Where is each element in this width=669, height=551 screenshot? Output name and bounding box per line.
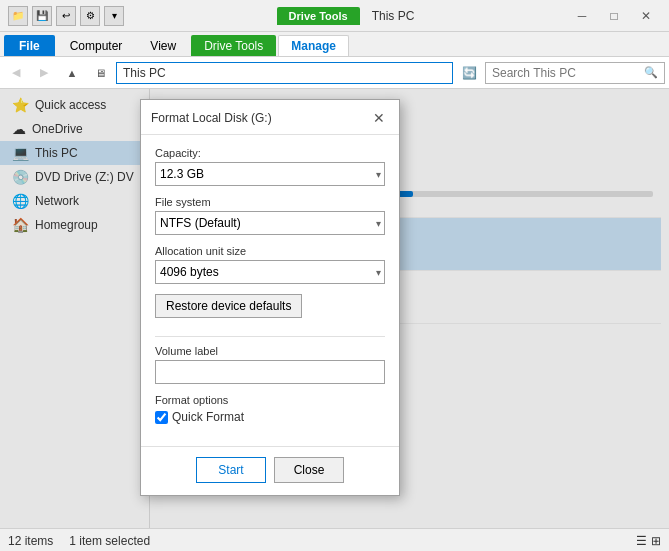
window-controls: ─ □ ✕ <box>567 6 661 26</box>
ribbon-tabs: File Computer View Drive Tools Manage <box>0 32 669 56</box>
modal-footer: Start Close <box>141 446 399 495</box>
undo-icon[interactable]: ↩ <box>56 6 76 26</box>
modal-body: Capacity: 12.3 GB ▾ File system NTFS (De… <box>141 135 399 446</box>
app-icon: 📁 <box>8 6 28 26</box>
filesystem-label: File system <box>155 196 385 208</box>
allocation-label: Allocation unit size <box>155 245 385 257</box>
title-bar-app: Drive Tools This PC <box>124 7 567 25</box>
allocation-group: Allocation unit size 4096 bytes ▾ <box>155 245 385 284</box>
view-toggle: ☰ ⊞ <box>636 534 661 548</box>
volume-label-text: Volume label <box>155 345 385 357</box>
modal-close-btn[interactable]: Close <box>274 457 344 483</box>
quick-format-row: Quick Format <box>155 410 385 424</box>
up-button[interactable]: ▲ <box>60 62 84 84</box>
search-input[interactable] <box>492 66 644 80</box>
volume-group: Volume label <box>155 345 385 384</box>
capacity-group: Capacity: 12.3 GB ▾ <box>155 147 385 186</box>
refresh-button[interactable]: 🔄 <box>457 62 481 84</box>
maximize-button[interactable]: □ <box>599 6 629 26</box>
address-bar: ◀ ▶ ▲ 🖥 This PC 🔄 🔍 <box>0 57 669 89</box>
modal-title-bar: Format Local Disk (G:) ✕ <box>141 100 399 135</box>
address-input[interactable]: This PC <box>116 62 453 84</box>
tab-view[interactable]: View <box>137 35 189 56</box>
minimize-button[interactable]: ─ <box>567 6 597 26</box>
capacity-label: Capacity: <box>155 147 385 159</box>
drive-tools-tab-title: Drive Tools <box>277 7 360 25</box>
back-button[interactable]: ◀ <box>4 62 28 84</box>
tab-drive-tools[interactable]: Drive Tools <box>191 35 276 56</box>
item-count: 12 items <box>8 534 53 548</box>
location-icon: 🖥 <box>88 62 112 84</box>
search-box[interactable]: 🔍 <box>485 62 665 84</box>
modal-close-button[interactable]: ✕ <box>369 108 389 128</box>
filesystem-group: File system NTFS (Default) ▾ <box>155 196 385 235</box>
forward-button[interactable]: ▶ <box>32 62 56 84</box>
divider-1 <box>155 336 385 337</box>
search-icon: 🔍 <box>644 66 658 79</box>
title-bar: 📁 💾 ↩ ⚙ ▾ Drive Tools This PC ─ □ ✕ <box>0 0 669 32</box>
start-button[interactable]: Start <box>196 457 266 483</box>
format-dialog: Format Local Disk (G:) ✕ Capacity: 12.3 … <box>140 99 400 496</box>
filesystem-select[interactable]: NTFS (Default) <box>155 211 385 235</box>
selection-status: 1 item selected <box>69 534 150 548</box>
tab-manage[interactable]: Manage <box>278 35 349 56</box>
properties-icon[interactable]: ⚙ <box>80 6 100 26</box>
title-bar-icons: 📁 💾 ↩ ⚙ ▾ <box>8 6 124 26</box>
quick-format-label: Quick Format <box>172 410 244 424</box>
restore-defaults-button[interactable]: Restore device defaults <box>155 294 302 318</box>
format-options-label: Format options <box>155 394 385 406</box>
capacity-select-wrap: 12.3 GB ▾ <box>155 162 385 186</box>
quick-access-icon[interactable]: 💾 <box>32 6 52 26</box>
dropdown-icon[interactable]: ▾ <box>104 6 124 26</box>
main-area: ⭐ Quick access ☁ OneDrive 💻 This PC 💿 DV… <box>0 89 669 528</box>
format-options-group: Format options Quick Format <box>155 394 385 424</box>
tab-computer[interactable]: Computer <box>57 35 136 56</box>
filesystem-select-wrap: NTFS (Default) ▾ <box>155 211 385 235</box>
volume-input[interactable] <box>155 360 385 384</box>
ribbon: File Computer View Drive Tools Manage <box>0 32 669 57</box>
tab-file[interactable]: File <box>4 35 55 56</box>
allocation-select-wrap: 4096 bytes ▾ <box>155 260 385 284</box>
list-view-icon[interactable]: ☰ <box>636 534 647 548</box>
modal-title-text: Format Local Disk (G:) <box>151 111 272 125</box>
modal-overlay: Format Local Disk (G:) ✕ Capacity: 12.3 … <box>0 89 669 528</box>
allocation-select[interactable]: 4096 bytes <box>155 260 385 284</box>
close-button[interactable]: ✕ <box>631 6 661 26</box>
app-title: This PC <box>372 9 415 23</box>
status-bar: 12 items 1 item selected ☰ ⊞ <box>0 528 669 551</box>
capacity-select[interactable]: 12.3 GB <box>155 162 385 186</box>
grid-view-icon[interactable]: ⊞ <box>651 534 661 548</box>
quick-format-checkbox[interactable] <box>155 411 168 424</box>
